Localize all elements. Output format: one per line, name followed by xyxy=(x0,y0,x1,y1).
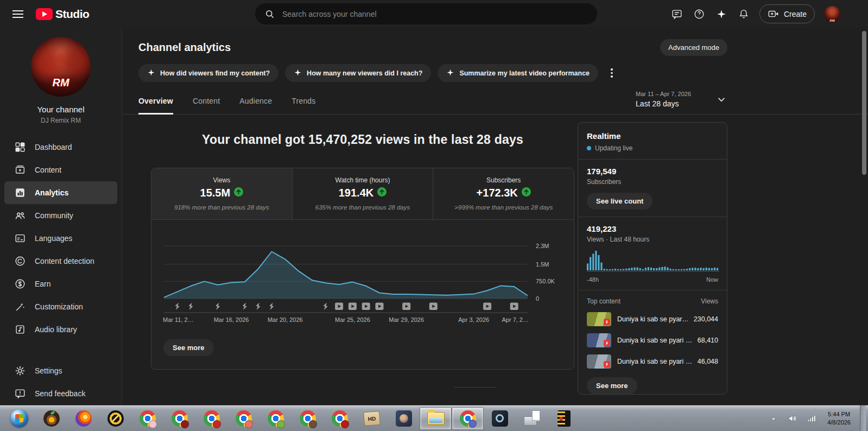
game-icon xyxy=(396,410,412,427)
top-content-row[interactable]: Duniya ki sab se pyar… 230,044 xyxy=(587,312,718,326)
video-marker-icon[interactable] xyxy=(335,303,343,310)
sidebar-menu: Dashboard Content Analytics Community La… xyxy=(0,136,122,341)
shorts-marker-icon[interactable] xyxy=(269,303,274,310)
taskbar-button-start[interactable] xyxy=(3,407,35,430)
realtime-axis-left: -48h xyxy=(587,276,599,283)
realtime-axis-right: Now xyxy=(706,276,718,283)
analytics-icon xyxy=(14,186,27,199)
top-content-row[interactable]: Duniya ki sab se pyari … 68,410 xyxy=(587,333,718,347)
taskbar-button-file-explorer[interactable] xyxy=(420,407,452,430)
create-button[interactable]: Create xyxy=(759,4,815,23)
date-range-picker[interactable]: Mar 11 – Apr 7, 2026 Last 28 days xyxy=(636,91,727,108)
video-marker-icon[interactable] xyxy=(429,303,438,310)
sidebar-item-dashboard[interactable]: Dashboard xyxy=(4,136,117,159)
sidebar-item-languages[interactable]: Languages xyxy=(4,227,117,250)
top-content-see-more-button[interactable]: See more xyxy=(587,377,637,394)
see-live-count-button[interactable]: See live count xyxy=(587,193,652,210)
video-marker-icon[interactable] xyxy=(376,303,384,310)
sidebar-item-earn[interactable]: Earn xyxy=(4,272,117,295)
video-marker-icon[interactable] xyxy=(349,303,357,310)
sidebar-item-audio-library[interactable]: Audio library xyxy=(4,318,117,341)
topbar-actions: Create RM xyxy=(670,4,840,23)
taskbar-button-chrome[interactable] xyxy=(452,407,484,430)
profile-badge xyxy=(277,420,285,428)
channel-avatar[interactable]: RM xyxy=(31,37,91,97)
show-desktop-button[interactable] xyxy=(860,405,866,431)
sidebar-item-send-feedback[interactable]: Send feedback xyxy=(4,382,117,405)
search-bar[interactable] xyxy=(255,3,597,24)
help-icon[interactable] xyxy=(693,8,706,21)
create-video-icon xyxy=(768,8,780,20)
taskbar-clock[interactable]: 5:44 PM 4/8/2026 xyxy=(824,410,854,427)
sidebar-footer: Settings Send feedback xyxy=(0,359,122,405)
vertical-scrollbar[interactable] xyxy=(862,31,866,175)
taskbar-button-hd-downloader[interactable]: HD xyxy=(356,407,388,430)
taskbar-button-chrome[interactable] xyxy=(195,407,227,430)
metric-subscribers[interactable]: Subscribers +172.3K >999% more than prev… xyxy=(433,168,574,219)
sparkle-icon[interactable] xyxy=(715,8,728,21)
shorts-marker-icon[interactable] xyxy=(188,303,193,310)
taskbar-button-chrome[interactable] xyxy=(131,407,163,430)
channel-handle: DJ Remix RM xyxy=(0,117,122,124)
top-content-header: Top content xyxy=(587,297,620,305)
taskbar-button-fl-studio[interactable] xyxy=(35,407,67,430)
chip-how-did-viewers-find-my-content[interactable]: How did viewers find my content? xyxy=(138,64,278,82)
sidebar-item-content-detection[interactable]: Content detection xyxy=(4,250,117,272)
metric-views[interactable]: Views 15.5M 918% more than previous 28 d… xyxy=(151,168,293,219)
taskbar-button-chrome[interactable] xyxy=(259,407,292,430)
taskbar-button-film-app[interactable] xyxy=(548,407,580,430)
video-marker-icon[interactable] xyxy=(483,303,491,310)
video-marker-icon[interactable] xyxy=(510,303,518,310)
account-avatar[interactable]: RM xyxy=(824,6,840,22)
video-marker-icon[interactable] xyxy=(362,303,370,310)
film-app-icon xyxy=(557,410,571,427)
top-content-views-header: Views xyxy=(701,297,718,305)
hidden-icons-arrow[interactable] xyxy=(767,412,780,425)
volume-icon[interactable] xyxy=(786,412,799,425)
taskbar-button-firefox[interactable] xyxy=(67,407,99,430)
tab-audience[interactable]: Audience xyxy=(239,97,272,115)
svg-text:2.3M: 2.3M xyxy=(536,243,549,249)
advanced-mode-button[interactable]: Advanced mode xyxy=(660,39,727,56)
metric-watch-time-hours[interactable]: Watch time (hours) 191.4K 635% more than… xyxy=(293,168,434,219)
chart-see-more-button[interactable]: See more xyxy=(163,339,214,356)
up-arrow-icon xyxy=(377,187,387,199)
sidebar-item-customization[interactable]: Customization xyxy=(4,295,117,318)
comments-icon[interactable] xyxy=(670,8,683,21)
tab-overview[interactable]: Overview xyxy=(138,97,173,115)
sidebar-item-community[interactable]: Community xyxy=(4,204,117,227)
shorts-marker-icon[interactable] xyxy=(324,303,328,310)
notifications-bell-icon[interactable] xyxy=(737,8,750,21)
sidebar-item-analytics[interactable]: Analytics xyxy=(4,181,117,204)
more-options-icon[interactable] xyxy=(607,65,616,81)
taskbar-button-photo-editor[interactable] xyxy=(99,407,131,430)
next-card-edge xyxy=(454,387,496,388)
shorts-marker-icon[interactable] xyxy=(243,303,247,310)
sidebar-item-content[interactable]: Content xyxy=(4,159,117,181)
taskbar-button-media-player[interactable] xyxy=(484,407,516,430)
tab-trends[interactable]: Trends xyxy=(292,97,315,115)
taskbar-button-game[interactable] xyxy=(388,407,420,430)
network-signal-icon[interactable] xyxy=(805,412,818,425)
up-arrow-icon xyxy=(234,187,243,199)
top-content-row[interactable]: Duniya ki sab se pyari … 46,048 xyxy=(587,354,718,369)
chip-how-many-new-viewers-did-i-reach[interactable]: How many new viewers did I reach? xyxy=(285,64,431,82)
taskbar-button-chrome[interactable] xyxy=(324,407,356,430)
video-thumbnail xyxy=(587,312,611,326)
taskbar-button-print-scan[interactable] xyxy=(516,407,548,430)
menu-icon[interactable] xyxy=(12,10,23,18)
search-input[interactable] xyxy=(282,10,565,18)
shorts-marker-icon[interactable] xyxy=(256,303,261,310)
tab-content[interactable]: Content xyxy=(193,97,220,115)
youtube-studio-logo[interactable]: Studio xyxy=(36,8,89,21)
shorts-marker-icon[interactable] xyxy=(175,303,180,310)
taskbar-button-chrome[interactable] xyxy=(163,407,195,430)
content-icon xyxy=(14,163,27,176)
taskbar-button-chrome[interactable] xyxy=(292,407,324,430)
shorts-marker-icon[interactable] xyxy=(216,303,220,310)
sidebar-item-settings[interactable]: Settings xyxy=(4,359,117,382)
taskbar-button-chrome[interactable] xyxy=(227,407,259,430)
chip-summarize-my-latest-video-performance[interactable]: Summarize my latest video performance xyxy=(438,64,598,82)
video-marker-icon[interactable] xyxy=(402,303,410,310)
svg-text:Mar 20, 2026: Mar 20, 2026 xyxy=(268,316,303,323)
